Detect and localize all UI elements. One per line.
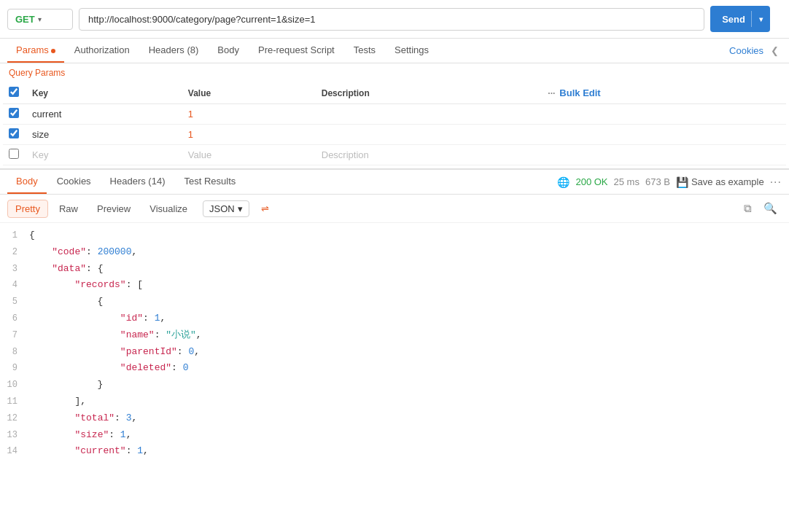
json-line: 9 "deleted": 0 <box>0 360 789 377</box>
tab-params[interactable]: Params <box>7 39 64 63</box>
fmt-visualize[interactable]: Visualize <box>141 200 195 218</box>
tab-settings[interactable]: Settings <box>386 39 438 63</box>
fmt-pretty[interactable]: Pretty <box>7 200 48 218</box>
json-line: 11 ], <box>0 394 789 410</box>
line-number: 1 <box>0 229 29 243</box>
param-desc-empty[interactable]: Description <box>316 145 543 165</box>
params-table-container: Key Value Description ··· Bulk Edit <box>0 82 789 165</box>
json-line: 13 "size": 1, <box>0 427 789 444</box>
line-number: 2 <box>0 246 29 259</box>
line-content: { <box>29 294 103 310</box>
line-number: 8 <box>0 345 29 359</box>
line-number: 9 <box>0 361 29 375</box>
row-check-empty[interactable] <box>9 149 19 159</box>
line-number: 5 <box>0 295 29 309</box>
json-line: 7 "name": "小说", <box>0 327 789 344</box>
param-value-0[interactable]: 1 <box>182 104 316 125</box>
row-check-1[interactable] <box>9 128 19 138</box>
json-line: 14 "current": 1, <box>0 443 789 456</box>
send-dropdown-icon[interactable]: ▾ <box>752 15 770 23</box>
param-value-empty[interactable]: Value <box>182 145 316 165</box>
json-line: 6 "id": 1, <box>0 310 789 327</box>
line-content: } <box>29 378 103 393</box>
fmt-raw[interactable]: Raw <box>51 200 86 218</box>
format-row: Pretty Raw Preview Visualize JSON ▾ ⇌ ⧉ … <box>0 195 789 223</box>
line-number: 6 <box>0 312 29 326</box>
line-content: "total": 3, <box>29 411 137 426</box>
json-line: 4 "records": [ <box>0 277 789 294</box>
json-line: 2 "code": 200000, <box>0 244 789 261</box>
json-line: 5 { <box>0 294 789 310</box>
line-number: 7 <box>0 329 29 343</box>
check-all[interactable] <box>9 87 19 97</box>
line-content: "deleted": 0 <box>29 361 188 376</box>
row-check-0[interactable] <box>9 108 19 118</box>
bulk-edit-button[interactable]: Bulk Edit <box>559 87 600 98</box>
table-row-empty: Key Value Description <box>3 145 786 165</box>
param-actions-empty <box>542 145 786 165</box>
line-content: { <box>29 228 35 243</box>
response-more-options[interactable]: ··· <box>770 176 782 189</box>
col-check <box>3 82 26 104</box>
param-actions-1 <box>542 125 786 145</box>
table-row: current 1 <box>3 104 786 125</box>
tabs-collapse-icon[interactable]: ❮ <box>768 39 782 62</box>
line-content: "parentId": 0, <box>29 345 200 360</box>
tab-headers[interactable]: Headers (8) <box>140 39 208 63</box>
resp-tab-test-results[interactable]: Test Results <box>175 170 244 194</box>
col-key-header: Key <box>26 82 182 104</box>
json-line: 12 "total": 3, <box>0 410 789 427</box>
tab-authorization[interactable]: Authorization <box>66 39 139 63</box>
resp-tab-headers[interactable]: Headers (14) <box>101 170 174 194</box>
globe-icon: 🌐 <box>557 176 570 188</box>
param-key-0[interactable]: current <box>26 104 182 125</box>
line-content: "data": { <box>29 262 103 277</box>
line-content: "records": [ <box>29 278 143 293</box>
save-icon: 💾 <box>676 176 688 188</box>
json-format-select[interactable]: JSON ▾ <box>203 200 249 217</box>
method-label: GET <box>15 14 35 25</box>
line-number: 4 <box>0 278 29 292</box>
save-example-label: Save as example <box>691 176 764 187</box>
save-example-button[interactable]: 💾 Save as example <box>676 176 764 188</box>
line-number: 3 <box>0 262 29 276</box>
method-chevron-icon: ▾ <box>38 15 42 23</box>
cookies-link[interactable]: Cookies <box>726 39 766 62</box>
wrap-text-icon[interactable]: ⇌ <box>257 200 273 217</box>
method-selector[interactable]: GET ▾ <box>7 9 73 30</box>
param-desc-0[interactable] <box>316 104 543 125</box>
send-button[interactable]: Send ▾ <box>710 6 770 32</box>
line-number: 14 <box>0 445 29 456</box>
response-meta: 🌐 200 OK 25 ms 673 B 💾 Save as example ·… <box>557 173 782 192</box>
json-viewer[interactable]: 1{2 "code": 200000,3 "data": {4 "records… <box>0 223 789 456</box>
param-desc-1[interactable] <box>316 125 543 145</box>
line-number: 13 <box>0 429 29 442</box>
line-number: 10 <box>0 378 29 392</box>
url-input[interactable] <box>79 8 704 31</box>
param-key-1[interactable]: size <box>26 125 182 145</box>
tab-body[interactable]: Body <box>209 39 248 63</box>
tab-tests[interactable]: Tests <box>345 39 384 63</box>
param-actions-0 <box>542 104 786 125</box>
json-line: 10 } <box>0 377 789 394</box>
resp-tab-body[interactable]: Body <box>7 170 47 194</box>
param-value-1[interactable]: 1 <box>182 125 316 145</box>
line-number: 11 <box>0 395 29 409</box>
fmt-preview[interactable]: Preview <box>89 200 139 218</box>
status-badge: 200 OK <box>575 176 607 187</box>
json-chevron-icon: ▾ <box>238 203 243 214</box>
copy-icon[interactable]: ⧉ <box>739 199 756 218</box>
more-options-icon[interactable]: ··· <box>548 88 555 98</box>
line-number: 12 <box>0 412 29 426</box>
param-key-empty[interactable]: Key <box>26 145 182 165</box>
line-content: "current": 1, <box>29 444 149 456</box>
tab-prerequest[interactable]: Pre-request Script <box>249 39 343 63</box>
response-size: 673 B <box>645 176 670 187</box>
json-line: 8 "parentId": 0, <box>0 344 789 361</box>
col-value-header: Value <box>182 82 316 104</box>
line-content: "name": "小说", <box>29 328 202 343</box>
search-icon[interactable]: 🔍 <box>759 199 782 218</box>
line-content: "code": 200000, <box>29 245 137 260</box>
resp-tab-cookies[interactable]: Cookies <box>48 170 100 194</box>
table-row: size 1 <box>3 125 786 145</box>
